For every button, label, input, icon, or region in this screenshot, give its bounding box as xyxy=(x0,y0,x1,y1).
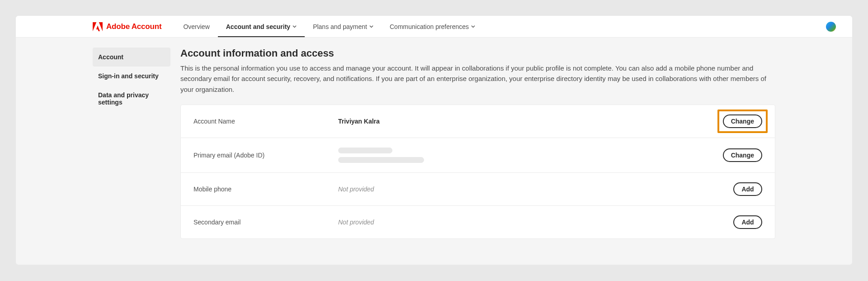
field-action: Add xyxy=(733,215,762,229)
redacted-bar xyxy=(338,157,424,163)
chevron-down-icon xyxy=(292,24,297,29)
field-value: Not provided xyxy=(338,219,733,226)
nav-item-account-security[interactable]: Account and security xyxy=(218,16,305,37)
nav-label: Overview xyxy=(183,23,209,30)
sidebar-item-account[interactable]: Account xyxy=(93,48,170,67)
nav-item-communication-preferences[interactable]: Communication preferences xyxy=(382,16,483,37)
sidebar-item-label: Account xyxy=(98,53,123,61)
row-secondary-email: Secondary email Not provided Add xyxy=(181,206,775,238)
field-label: Account Name xyxy=(193,118,338,125)
brand[interactable]: Adobe Account xyxy=(93,22,161,31)
chevron-down-icon xyxy=(369,24,373,29)
sidebar-item-label: Sign-in and security xyxy=(98,72,159,80)
field-action: Change xyxy=(723,148,762,162)
avatar[interactable] xyxy=(826,22,836,32)
field-label: Mobile phone xyxy=(193,186,338,193)
row-mobile-phone: Mobile phone Not provided Add xyxy=(181,173,775,206)
field-label: Secondary email xyxy=(193,219,338,226)
page-description: This is the personal information you use… xyxy=(180,63,775,95)
add-button[interactable]: Add xyxy=(733,182,762,196)
add-button[interactable]: Add xyxy=(733,215,762,229)
account-info-card: Account Name Triviyan Kalra Change Prima… xyxy=(180,105,775,239)
nav-item-plans-payment[interactable]: Plans and payment xyxy=(305,16,382,37)
nav-label: Communication preferences xyxy=(390,23,469,30)
field-value: Triviyan Kalra xyxy=(338,118,723,125)
field-value: Not provided xyxy=(338,186,733,193)
adobe-logo-icon xyxy=(93,22,103,31)
chevron-down-icon xyxy=(471,24,475,29)
main-content: Account information and access This is t… xyxy=(180,48,775,239)
change-button[interactable]: Change xyxy=(723,148,762,162)
redacted-bar xyxy=(338,148,392,153)
top-navigation: Adobe Account Overview Account and secur… xyxy=(16,16,852,38)
nav-items: Overview Account and security Plans and … xyxy=(175,16,483,37)
nav-label: Account and security xyxy=(226,23,290,30)
nav-label: Plans and payment xyxy=(313,23,367,30)
field-action: Change xyxy=(723,114,762,128)
sidebar-item-data-privacy[interactable]: Data and privacy settings xyxy=(93,86,170,112)
sidebar-item-label: Data and privacy settings xyxy=(98,91,149,106)
brand-text: Adobe Account xyxy=(106,22,161,31)
nav-item-overview[interactable]: Overview xyxy=(175,16,217,37)
sidebar: Account Sign-in and security Data and pr… xyxy=(93,48,170,239)
row-primary-email: Primary email (Adobe ID) Change xyxy=(181,138,775,173)
change-button[interactable]: Change xyxy=(723,114,762,128)
field-value-redacted xyxy=(338,148,723,163)
row-account-name: Account Name Triviyan Kalra Change xyxy=(181,105,775,138)
highlight-annotation: Change xyxy=(717,110,768,133)
sidebar-item-signin-security[interactable]: Sign-in and security xyxy=(93,67,170,86)
page-title: Account information and access xyxy=(180,48,775,59)
field-label: Primary email (Adobe ID) xyxy=(193,152,338,159)
field-action: Add xyxy=(733,182,762,196)
